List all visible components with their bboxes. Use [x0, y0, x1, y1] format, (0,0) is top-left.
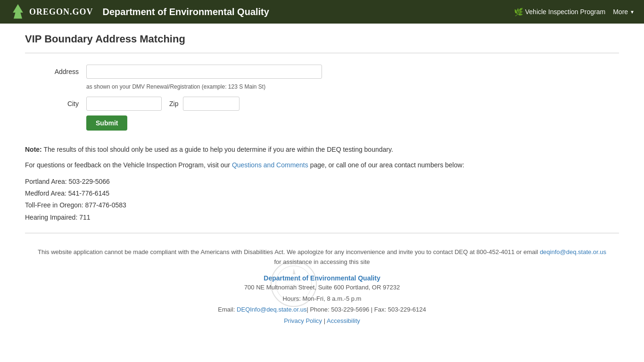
svg-text:STATE OF: STATE OF	[285, 278, 303, 282]
feedback-before: For questions or feedback on the Vehicle…	[25, 161, 232, 169]
contact-medford: Medford Area: 541-776-6145	[25, 188, 619, 199]
address-row: Address	[25, 65, 619, 79]
more-menu[interactable]: More ▼	[613, 8, 635, 16]
ada-notice: This website application cannot be made …	[34, 247, 610, 267]
main-content: VIP Boundary Address Matching Address as…	[16, 24, 628, 345]
city-label: City	[25, 100, 86, 107]
address-label: Address	[25, 68, 86, 75]
note-paragraph: Note: The results of this tool should on…	[25, 145, 619, 155]
note-text: The results of this tool should only be …	[42, 146, 393, 153]
more-label: More	[613, 8, 628, 16]
address-hint: as shown on your DMV Renewal/Registratio…	[86, 83, 619, 90]
footer-contact-line: Email: DEQInfo@deq.state.or.us| Phone: 5…	[34, 304, 610, 315]
bottom-divider	[25, 233, 619, 233]
ada-text: This website application cannot be made …	[38, 248, 538, 255]
address-form: Address as shown on your DMV Renewal/Reg…	[25, 65, 619, 131]
vehicle-inspection-nav-label: Vehicle Inspection Program	[525, 8, 605, 16]
svg-text:OREGON: OREGON	[285, 284, 302, 288]
contact-hearing: Hearing Impaired: 711	[25, 212, 619, 223]
footer-phone-fax: | Phone: 503-229-5696 | Fax: 503-229-612…	[306, 306, 426, 313]
header-navigation: 🌿 Vehicle Inspection Program More ▼	[514, 8, 635, 16]
page-title: VIP Boundary Address Matching	[25, 33, 619, 45]
note-bold: Note:	[25, 146, 42, 153]
address-input[interactable]	[86, 65, 322, 79]
questions-comments-link[interactable]: Questions and Comments	[232, 161, 308, 169]
footer-section: This website application cannot be made …	[25, 243, 619, 336]
contact-portland: Portland Area: 503-229-5066	[25, 176, 619, 188]
feedback-after: page, or call one of our area contact nu…	[308, 161, 464, 169]
submit-row: Submit	[86, 115, 619, 131]
accessibility-link[interactable]: Accessibility	[327, 317, 360, 324]
zip-label: Zip	[169, 100, 178, 107]
header-title: Department of Environmental Quality	[103, 7, 514, 17]
deq-seal-watermark: STATE OF OREGON	[270, 260, 317, 307]
oregon-gov-logo[interactable]: Oregon.gov	[9, 3, 93, 20]
vehicle-inspection-nav-link[interactable]: 🌿 Vehicle Inspection Program	[514, 8, 605, 16]
city-zip-row: City Zip	[25, 97, 619, 111]
footer-deq: STATE OF OREGON Department of Environmen…	[34, 274, 610, 326]
site-header: Oregon.gov Department of Environmental Q…	[0, 0, 644, 24]
footer-hours: Hours: Mon-Fri, 8 a.m.-5 p.m	[34, 293, 610, 304]
ada-email-link[interactable]: deqinfo@deq.state.or.us	[540, 248, 606, 255]
footer-email-label: Email:	[218, 306, 237, 313]
info-section: Note: The results of this tool should on…	[25, 145, 619, 223]
contact-tollfree: Toll-Free in Oregon: 877-476-0583	[25, 199, 619, 211]
chevron-down-icon: ▼	[630, 9, 635, 15]
oregon-gov-text: Oregon.gov	[29, 7, 93, 17]
zip-input[interactable]	[183, 97, 239, 111]
city-input[interactable]	[86, 97, 162, 111]
privacy-policy-link[interactable]: Privacy Policy	[284, 317, 322, 324]
top-divider	[25, 53, 619, 53]
svg-marker-0	[13, 4, 23, 19]
contact-lines: Portland Area: 503-229-5066 Medford Area…	[25, 176, 619, 223]
feedback-paragraph: For questions or feedback on the Vehicle…	[25, 160, 619, 170]
svg-marker-5	[293, 269, 296, 274]
submit-button[interactable]: Submit	[86, 115, 127, 131]
leaf-nav-icon: 🌿	[514, 8, 523, 16]
footer-address-line1: 700 NE Multnomah Street, Suite 600 Portl…	[34, 282, 610, 293]
footer-policy-links: Privacy Policy | Accessibility	[34, 317, 610, 324]
